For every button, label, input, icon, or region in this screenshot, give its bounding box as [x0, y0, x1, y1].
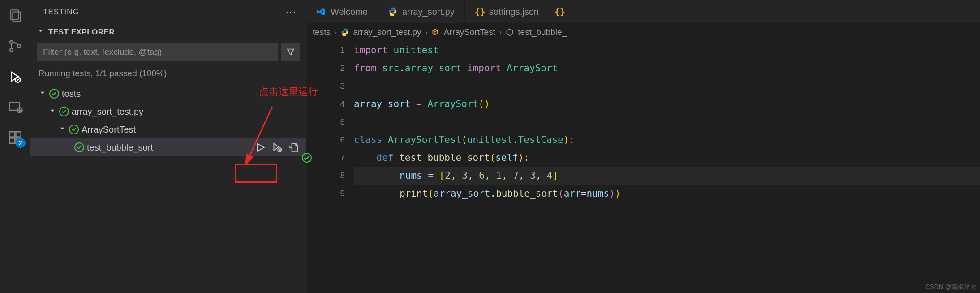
- sidebar-title: TESTING: [43, 8, 79, 17]
- svg-rect-6: [9, 103, 20, 110]
- bc-file: array_sort_test.py: [353, 27, 421, 37]
- goto-file-icon[interactable]: [288, 142, 300, 153]
- method-icon: [505, 28, 514, 37]
- gutter-pass-icon[interactable]: [302, 153, 312, 163]
- python-icon: [340, 28, 349, 37]
- tree-label: array_sort_test.py: [72, 107, 143, 117]
- svg-rect-9: [9, 138, 14, 143]
- remote-icon[interactable]: [6, 98, 24, 116]
- more-icon[interactable]: ···: [286, 6, 297, 18]
- tab-label: settings.json: [489, 7, 539, 17]
- python-icon: [388, 7, 398, 17]
- json-icon: {}: [554, 7, 564, 17]
- test-status: Running tests, 1/1 passed (100%): [30, 66, 306, 83]
- chevron-down-icon: [58, 125, 66, 135]
- svg-point-4: [17, 44, 21, 47]
- pass-icon: [49, 89, 59, 99]
- bc-folder: tests: [313, 27, 331, 37]
- svg-point-3: [10, 48, 13, 52]
- svg-rect-8: [9, 132, 14, 137]
- tree-root[interactable]: tests: [30, 85, 306, 103]
- test-tree: tests array_sort_test.py ArraySortTest t…: [30, 83, 306, 158]
- gutter: 1 2 3 4 5 6 7 8 9: [306, 41, 354, 293]
- tab-settings[interactable]: {} settings.json: [465, 0, 549, 23]
- tab-label: Welcome: [331, 7, 368, 17]
- explorer-icon[interactable]: [6, 7, 24, 25]
- activity-bar: 2: [0, 0, 30, 293]
- code-editor[interactable]: 1 2 3 4 5 6 7 8 9 import unittest from s…: [306, 41, 980, 293]
- vscode-icon: [316, 7, 326, 17]
- svg-rect-11: [16, 132, 21, 137]
- section-title: TEST EXPLORER: [48, 28, 115, 37]
- tab-welcome[interactable]: Welcome: [306, 0, 378, 23]
- source-control-icon[interactable]: [6, 37, 24, 55]
- chevron-down-icon: [48, 107, 56, 117]
- chevron-down-icon: [37, 27, 45, 37]
- tab-partial[interactable]: {}: [549, 0, 570, 23]
- code-content[interactable]: import unittest from src.array_sort impo…: [354, 41, 980, 293]
- filter-input[interactable]: [37, 43, 278, 61]
- tree-file[interactable]: array_sort_test.py: [30, 103, 306, 121]
- class-icon: [431, 28, 440, 37]
- testing-sidebar: TESTING ··· TEST EXPLORER Running tests,…: [30, 0, 306, 293]
- extensions-icon[interactable]: 2: [6, 129, 24, 146]
- breadcrumb[interactable]: tests › array_sort_test.py › ArraySortTe…: [306, 23, 980, 41]
- bc-class: ArraySortTest: [444, 27, 495, 37]
- annotation-highlight: [235, 164, 277, 183]
- extensions-badge: 2: [16, 138, 26, 148]
- tab-array-sort[interactable]: array_sort.py: [378, 0, 465, 23]
- pass-icon: [59, 107, 69, 116]
- run-icon[interactable]: [254, 142, 266, 153]
- tab-label: array_sort.py: [402, 7, 455, 17]
- tree-label: tests: [62, 89, 81, 99]
- tree-label: test_bubble_sort: [87, 142, 153, 153]
- editor-area: Welcome array_sort.py {} settings.json {…: [306, 0, 980, 293]
- json-icon: {}: [475, 7, 485, 17]
- bc-method: test_bubble_: [518, 27, 567, 37]
- pass-icon: [69, 125, 79, 134]
- chevron-down-icon: [39, 89, 47, 99]
- pass-icon: [74, 142, 84, 152]
- editor-tabs: Welcome array_sort.py {} settings.json {…: [306, 0, 980, 23]
- debug-icon[interactable]: [271, 142, 283, 153]
- watermark: CSDN @南极浮冰: [925, 283, 976, 291]
- tree-test[interactable]: test_bubble_sort: [30, 138, 306, 156]
- testing-icon[interactable]: [6, 68, 24, 86]
- svg-point-2: [10, 41, 13, 44]
- filter-icon[interactable]: [281, 43, 300, 61]
- tree-class[interactable]: ArraySortTest: [30, 121, 306, 138]
- section-header[interactable]: TEST EXPLORER: [30, 24, 306, 40]
- tree-label: ArraySortTest: [82, 125, 136, 135]
